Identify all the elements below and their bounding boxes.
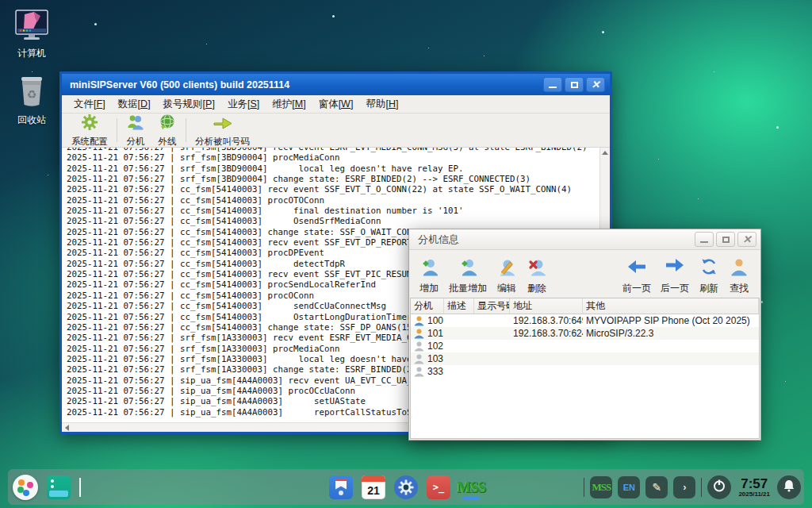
log-line: 2025-11-21 07:56:27 | cc_fsm[54140003] p…: [67, 195, 599, 206]
maximize-icon: [722, 237, 730, 243]
arrow-right-icon: [665, 255, 685, 279]
extension-info-window: 分机信息 ✕ 增加 批量增加: [408, 229, 761, 441]
menu-file[interactable]: 文件[F]: [68, 95, 111, 114]
notifications-button[interactable]: [777, 475, 801, 499]
menu-window[interactable]: 窗体[W]: [313, 95, 359, 114]
minisipserver-task-button[interactable]: MSS: [458, 475, 484, 500]
delete-x-icon: [527, 256, 547, 280]
trunks-button[interactable]: 外线: [151, 115, 183, 145]
recycle-bin-icon: ♻: [15, 97, 48, 110]
close-icon: ✕: [592, 79, 600, 90]
scroll-left-icon: [65, 425, 69, 431]
input-method-button[interactable]: EN: [618, 476, 640, 498]
col-display-number[interactable]: 显示号码: [474, 298, 510, 314]
edit-extension-button[interactable]: 编辑: [492, 252, 522, 297]
calendar-button[interactable]: 21: [361, 475, 386, 500]
minimize-button[interactable]: [543, 77, 562, 92]
extension-offline-icon: [414, 367, 424, 377]
extensions-people-icon: [126, 113, 145, 135]
arrow-left-icon: [626, 256, 647, 280]
extensions-button[interactable]: 分机: [120, 115, 151, 145]
menu-services[interactable]: 业务[S]: [222, 95, 265, 114]
minimize-icon: [700, 241, 708, 243]
analyze-called-number-button[interactable]: 分析被叫号码: [189, 115, 256, 145]
maximize-button[interactable]: [716, 232, 735, 247]
pen-icon: ✎: [653, 481, 662, 494]
toolbar-separator: [186, 118, 186, 142]
desktop-icon-label: 计算机: [2, 47, 62, 60]
close-button[interactable]: ✕: [586, 77, 605, 92]
screenshot-pen-button[interactable]: ✎: [645, 476, 668, 498]
menu-maintain[interactable]: 维护[M]: [266, 95, 311, 114]
table-row[interactable]: 333: [411, 365, 759, 378]
software-store-button[interactable]: [328, 475, 354, 500]
table-row[interactable]: 102: [411, 340, 759, 352]
log-line: 2025-11-21 07:56:27 | cc_fsm[54140003] f…: [67, 206, 599, 216]
next-page-button[interactable]: 后一页: [656, 252, 694, 297]
desktop-icon-computer[interactable]: 计算机: [2, 10, 62, 60]
toolbar-separator: [117, 118, 117, 142]
clock[interactable]: 7:57 2025/11/21: [737, 477, 772, 498]
add-extension-button[interactable]: 增加: [414, 252, 444, 297]
computer-icon: [13, 30, 50, 44]
col-description[interactable]: 描述: [444, 298, 474, 314]
extension-online-icon: [414, 329, 424, 339]
refresh-button[interactable]: 刷新: [694, 252, 724, 297]
settings-button[interactable]: [393, 475, 419, 500]
batch-add-button[interactable]: 批量增加: [444, 252, 492, 297]
tray-separator: [701, 478, 702, 497]
table-row[interactable]: 101 192.168.3.70:62485 MicroSIP/3.22.3: [411, 327, 759, 340]
menu-dial-rules[interactable]: 拨号规则[P]: [158, 95, 220, 114]
minimize-button[interactable]: [695, 232, 714, 247]
log-line: 2025-11-21 07:56:27 | srf_fsm[3BD90004] …: [67, 174, 599, 184]
add-person-icon: [419, 256, 439, 280]
taskbar-cursor: [79, 478, 81, 497]
chevron-right-icon: ›: [683, 481, 686, 493]
log-line: 2025-11-21 07:56:27 | cc_fsm[54140003] O…: [67, 216, 599, 226]
main-titlebar[interactable]: miniSIPServer V60 (500 clients) build 20…: [62, 74, 610, 95]
power-button[interactable]: [707, 475, 731, 499]
taskbar: 21 >_: [8, 469, 804, 505]
extension-offline-icon: [414, 354, 424, 364]
main-window-title: miniSIPServer V60 (500 clients) build 20…: [70, 79, 541, 90]
ext-toolbar: 增加 批量增加 编辑: [409, 250, 760, 298]
col-extension[interactable]: 分机: [411, 298, 444, 314]
desktop-icon-recycle-bin[interactable]: ♻ 回收站: [2, 73, 62, 127]
col-other[interactable]: 其他: [583, 298, 759, 314]
table-row[interactable]: 100 192.168.3.70:64966 MYVOIPAPP SIP Pho…: [411, 314, 759, 327]
file-manager-icon: [47, 475, 71, 499]
ext-titlebar[interactable]: 分机信息 ✕: [409, 229, 760, 250]
menu-data[interactable]: 数据[D]: [113, 95, 156, 114]
table-row[interactable]: 103: [411, 352, 759, 365]
edit-pencil-icon: [496, 256, 517, 280]
col-address[interactable]: 地址: [510, 298, 583, 314]
terminal-icon: >_: [427, 475, 450, 499]
ext-window-title: 分机信息: [418, 233, 692, 247]
tray-expand-button[interactable]: ›: [673, 476, 695, 498]
software-store-icon: [329, 475, 353, 499]
maximize-button[interactable]: [565, 77, 584, 92]
close-icon: ✕: [743, 234, 752, 244]
system-config-button[interactable]: 系统配置: [65, 115, 114, 145]
clock-date: 2025/11/21: [738, 491, 770, 498]
table-header[interactable]: 分机 描述 显示号码 地址 其他: [411, 298, 759, 314]
mss-tray-button[interactable]: MSS: [590, 476, 612, 498]
close-button[interactable]: ✕: [737, 232, 756, 247]
settings-gear-icon: [394, 475, 418, 499]
toolbar-spacer: [552, 252, 618, 297]
menu-help[interactable]: 帮助[H]: [360, 95, 404, 114]
terminal-button[interactable]: >_: [426, 475, 451, 500]
log-line: 2025-11-21 07:56:27 | srf_fsm[3BD90004] …: [67, 152, 599, 163]
file-manager-button[interactable]: [46, 475, 71, 500]
delete-extension-button[interactable]: 删除: [522, 252, 552, 297]
prev-page-button[interactable]: 前一页: [618, 252, 656, 297]
app-launcher-button[interactable]: [13, 475, 38, 500]
desktop-icon-label: 回收站: [2, 114, 62, 127]
launcher-icon: [13, 475, 38, 500]
log-line: 2025-11-21 07:56:27 | srf_fsm[3BD90004] …: [67, 164, 599, 174]
gear-icon: [80, 113, 99, 135]
maximize-icon: [571, 82, 578, 88]
scroll-up-icon: [602, 151, 608, 155]
log-line: 2025-11-21 07:56:27 | cc_fsm[54140003] r…: [67, 184, 599, 194]
find-button[interactable]: 查找: [724, 252, 754, 297]
